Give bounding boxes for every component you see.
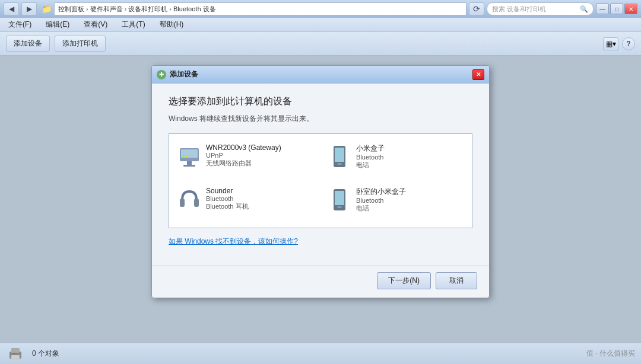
svg-rect-2	[187, 161, 192, 165]
help-button[interactable]: ?	[622, 37, 635, 50]
search-icon: 🔍	[580, 5, 588, 13]
help-link[interactable]: 如果 Windows 找不到设备，该如何操作?	[169, 237, 298, 247]
device-icon-phone1	[329, 143, 350, 170]
device-item-sounder[interactable]: Sounder Bluetooth Bluetooth 耳机	[175, 183, 316, 222]
view-button[interactable]: ▦ ▾	[603, 37, 618, 50]
device-info-sounder: Sounder Bluetooth Bluetooth 耳机	[206, 187, 312, 211]
dialog-titlebar: ✚ 添加设备 ✕	[152, 66, 489, 84]
device-name-xiaomi1: 小米盒子	[356, 143, 462, 154]
svg-point-4	[182, 155, 185, 158]
device-name-wnr2000: WNR2000v3 (Gateway)	[206, 143, 312, 152]
add-device-button[interactable]: 添加设备	[6, 36, 50, 52]
device-item-xiaomi2[interactable]: 卧室的小米盒子 Bluetooth 电话	[325, 183, 466, 222]
dialog-title-text: 添加设备	[170, 69, 469, 79]
headphone-svg	[179, 188, 200, 212]
phone-svg-2	[332, 188, 347, 212]
restore-button[interactable]: □	[610, 4, 623, 14]
add-device-dialog: ✚ 添加设备 ✕ 选择要添加到此计算机的设备 Windows 将继续查找新设备并…	[151, 65, 490, 298]
svg-rect-15	[11, 348, 20, 353]
toolbar-right: ▦ ▾ ?	[603, 37, 635, 50]
phone-svg-1	[332, 145, 347, 168]
svg-rect-12	[335, 191, 344, 205]
title-bar: ◀ ▶ 📁 控制面板 › 硬件和声音 › 设备和打印机 › Bluetooth …	[0, 0, 641, 18]
add-printer-button[interactable]: 添加打印机	[55, 36, 106, 52]
path-segment-4: Bluetooth 设备	[173, 5, 216, 14]
dialog-icon-symbol: ✚	[159, 71, 164, 78]
device-icon-phone2	[329, 187, 350, 213]
device-item-wnr2000[interactable]: WNR2000v3 (Gateway) UPnP 无线网络路由器	[175, 140, 316, 178]
menu-file[interactable]: 文件(F)	[4, 18, 36, 31]
device-name-xiaomi2: 卧室的小米盒子	[356, 187, 462, 197]
dialog-subtext: Windows 将继续查找新设备并将其显示出来。	[169, 114, 472, 124]
next-button[interactable]: 下一步(N)	[377, 272, 431, 289]
path-segment-3: 设备和打印机	[128, 5, 167, 14]
window-controls: — □ ✕	[596, 4, 637, 14]
cancel-button[interactable]: 取消	[436, 272, 477, 289]
toolbar: 添加设备 添加打印机 ▦ ▾ ?	[0, 32, 641, 56]
explorer-window: ◀ ▶ 📁 控制面板 › 硬件和声音 › 设备和打印机 › Bluetooth …	[0, 0, 641, 364]
device-subtype-xiaomi2: 电话	[356, 204, 462, 213]
menu-help[interactable]: 帮助(H)	[155, 18, 189, 31]
printer-svg	[7, 347, 24, 361]
dialog-title-icon: ✚	[157, 70, 166, 79]
back-button[interactable]: ◀	[4, 2, 19, 15]
device-subtype-sounder: Bluetooth 耳机	[206, 202, 312, 211]
device-subtype-xiaomi1: 电话	[356, 161, 462, 170]
svg-rect-13	[337, 206, 342, 208]
device-list: WNR2000v3 (Gateway) UPnP 无线网络路由器	[169, 133, 472, 228]
refresh-icon: ⟳	[473, 4, 480, 14]
path-sep-2: ›	[125, 5, 127, 12]
svg-rect-3	[183, 165, 195, 167]
search-box[interactable]: 搜索 设备和打印机 🔍	[487, 2, 594, 15]
menu-tools[interactable]: 工具(T)	[117, 18, 150, 31]
device-type-xiaomi2: Bluetooth	[356, 197, 462, 204]
svg-rect-7	[335, 148, 344, 162]
dialog-heading: 选择要添加到此计算机的设备	[169, 95, 472, 108]
menu-edit[interactable]: 编辑(E)	[41, 18, 74, 31]
dialog-footer: 下一步(N) 取消	[152, 266, 489, 298]
close-button[interactable]: ✕	[624, 4, 637, 14]
svg-rect-8	[337, 163, 342, 165]
view-icon: ▦	[606, 40, 613, 48]
router-svg	[179, 145, 200, 168]
refresh-button[interactable]: ⟳	[469, 2, 484, 15]
status-count: 0 个对象	[32, 349, 59, 359]
search-placeholder: 搜索 设备和打印机	[492, 5, 546, 14]
device-info-xiaomi1: 小米盒子 Bluetooth 电话	[356, 143, 462, 170]
device-item-xiaomi1[interactable]: 小米盒子 Bluetooth 电话	[325, 140, 466, 178]
svg-rect-10	[194, 199, 199, 207]
device-subtype-wnr2000: 无线网络路由器	[206, 159, 312, 168]
device-icon-headphone	[179, 187, 200, 213]
forward-button[interactable]: ▶	[21, 2, 37, 15]
main-content: ✚ 添加设备 ✕ 选择要添加到此计算机的设备 Windows 将继续查找新设备并…	[0, 56, 641, 343]
dialog-body: 选择要添加到此计算机的设备 Windows 将继续查找新设备并将其显示出来。	[152, 84, 489, 266]
device-info-wnr2000: WNR2000v3 (Gateway) UPnP 无线网络路由器	[206, 143, 312, 168]
menu-bar: 文件(F) 编辑(E) 查看(V) 工具(T) 帮助(H)	[0, 18, 641, 32]
address-field[interactable]: 控制面板 › 硬件和声音 › 设备和打印机 › Bluetooth 设备	[54, 2, 467, 15]
device-name-sounder: Sounder	[206, 187, 312, 195]
path-sep-3: ›	[169, 5, 172, 12]
device-type-xiaomi1: Bluetooth	[356, 154, 462, 161]
device-icon-router	[179, 143, 200, 170]
minimize-button[interactable]: —	[596, 4, 609, 14]
watermark-text: 值 · 什么值得买	[586, 349, 635, 359]
svg-rect-17	[13, 353, 15, 354]
path-segment-1: 控制面板	[58, 5, 84, 14]
dropdown-icon: ▾	[613, 40, 616, 48]
path-segment-2: 硬件和声音	[90, 5, 123, 14]
status-bar: 0 个对象 值 · 什么值得买	[0, 343, 641, 364]
printer-icon	[6, 346, 25, 362]
svg-rect-16	[11, 355, 20, 360]
folder-icon: 📁	[42, 4, 52, 14]
path-sep-1: ›	[86, 5, 88, 12]
dialog-overlay: ✚ 添加设备 ✕ 选择要添加到此计算机的设备 Windows 将继续查找新设备并…	[0, 56, 641, 343]
dialog-close-button[interactable]: ✕	[472, 69, 484, 80]
address-path: 控制面板 › 硬件和声音 › 设备和打印机 › Bluetooth 设备	[58, 5, 216, 14]
svg-point-5	[186, 155, 188, 158]
menu-view[interactable]: 查看(V)	[79, 18, 112, 31]
device-info-xiaomi2: 卧室的小米盒子 Bluetooth 电话	[356, 187, 462, 213]
device-type-sounder: Bluetooth	[206, 195, 312, 202]
device-type-wnr2000: UPnP	[206, 152, 312, 159]
svg-rect-9	[180, 199, 185, 207]
